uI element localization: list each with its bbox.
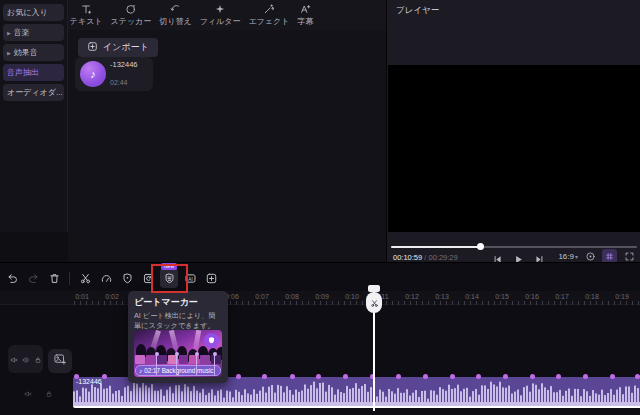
beat-marker-dot [102,374,107,379]
beat-marker-dot [583,374,588,379]
sidebar-item-label: 音声抽出 [7,67,39,78]
tooltip-audio-clip: ♪ 02:17 Background music [135,365,221,376]
filmstrip-frame [135,355,145,364]
beat-marker-shield-icon [204,333,219,348]
ruler-label: 0:16 [525,293,539,300]
ruler-label: 0:17 [555,293,569,300]
beat-marker-dot [476,374,481,379]
beat-marker-dot [316,374,321,379]
seek-bar-progress [391,246,480,248]
sticker-icon [125,3,137,15]
beat-marker-dot [610,374,615,379]
ruler-label: 0:07 [255,293,269,300]
ruler-label: 0:18 [585,293,599,300]
toolbar-divider [69,272,70,285]
beat-line [196,354,197,375]
aspect-ratio-value: 16:9 [558,252,574,261]
add-to-track-button[interactable] [202,268,220,288]
speed-button[interactable] [97,268,115,288]
beat-line [176,354,177,375]
nav-item-label: 字幕 [297,16,313,27]
delete-button[interactable] [45,268,63,288]
ruler-label: 0:01 [75,293,89,300]
caption-icon [299,3,311,15]
timeline-section: NewAI 0:010:020:030:040:050:060:070:080:… [0,262,640,415]
ruler-label: 0:09 [315,293,329,300]
mute-audio-track-icon[interactable] [24,384,32,402]
chevron-down-icon: ▾ [575,253,578,260]
lock-track-icon[interactable] [34,350,42,368]
add-media-icon [53,352,67,370]
nav-item-label: エフェクト [248,16,289,27]
nav-item-caption[interactable]: 字幕 [297,3,313,27]
nav-item-transition[interactable]: 切り替え [159,3,191,27]
audio-item-title: -132446 [110,60,138,69]
filmstrip-thumbnails [135,355,221,364]
tooltip-preview-image: ♪ 02:17 Background music [134,330,222,377]
sidebar-item-audio-ducking[interactable]: オーディオダ... [3,84,64,101]
beat-line [156,354,157,375]
player-panel: プレイヤー 00:10:59 / 00:29:29 16:9 ▾ [386,0,640,262]
music-note-thumbnail-icon: ♪ [80,61,106,87]
beat-marker-dot [503,374,508,379]
nav-item-filter[interactable]: フィルター [200,3,241,27]
beat-marker-dot [556,374,561,379]
hide-track-icon[interactable] [22,350,30,368]
audio-item-duration: 02:44 [110,79,128,86]
beat-line [214,354,215,375]
nav-item-label: 切り替え [159,16,191,27]
sidebar-item-audio-extract[interactable]: 音声抽出 [3,64,64,81]
nav-item-text[interactable]: テキスト [70,3,103,27]
lock-audio-track-icon[interactable] [45,384,53,402]
aspect-ratio-selector[interactable]: 16:9 ▾ [558,252,578,261]
filmstrip-frame [189,355,199,364]
ruler-label: 0:19 [615,293,629,300]
tooltip-title: ビートマーカー [134,296,222,309]
annotation-highlight-box [151,264,188,293]
add-media-button[interactable] [48,349,72,373]
sidebar-item-label: 効果音 [14,47,38,58]
scissors-icon [370,294,379,312]
undo-button[interactable] [3,268,21,288]
mute-track-icon[interactable] [10,350,18,368]
sidebar-item-label: オーディオダ... [7,87,63,98]
tooltip-description: AI ビート検出により、簡単にスタックできます。 [134,311,222,330]
sidebar-item-label: 音楽 [14,27,30,38]
split-button[interactable] [76,268,94,288]
beat-marker-dot [74,374,79,379]
sidebar-item-sound-effects[interactable]: ▶効果音 [3,44,64,61]
timecode: 00:10:59 / 00:29:29 [393,253,458,262]
seek-bar[interactable] [391,246,637,248]
current-time: 00:10:59 [393,253,422,262]
sidebar-item-favorites[interactable]: お気に入り [3,4,64,21]
ruler-label: 0:10 [345,293,359,300]
import-button[interactable]: インポート [78,38,158,57]
sidebar-item-music[interactable]: ▶音楽 [3,24,64,41]
marker-button[interactable] [118,268,136,288]
effect-icon [263,3,275,15]
beat-marker-dot [236,374,241,379]
filmstrip-frame [211,355,221,364]
filmstrip-frame [179,355,189,364]
chevron-right-icon: ▶ [7,50,11,56]
playhead-split-button[interactable] [366,292,382,313]
music-note-icon: ♪ [139,367,142,374]
text-icon [80,3,92,15]
audio-sidebar: お気に入り▶音楽▶効果音音声抽出オーディオダ... [0,0,68,232]
video-track-controls [8,345,43,373]
beat-marker-tooltip: ビートマーカー AI ビート検出により、簡単にスタックできます。 ♪ 02:17… [128,291,228,383]
beat-marker-dot [635,374,640,379]
redo-button[interactable] [24,268,42,288]
audio-media-item[interactable]: ♪ -132446 02:44 [75,57,153,91]
player-title: プレイヤー [396,5,439,17]
nav-item-sticker[interactable]: ステッカー [111,3,152,27]
playhead-handle[interactable] [368,285,380,292]
import-label: インポート [103,41,149,54]
seek-handle[interactable] [477,243,484,250]
audio-clip-label: -132446 [76,378,102,385]
video-preview [388,65,640,232]
beat-marker-dot [343,374,348,379]
nav-item-label: ステッカー [111,16,152,27]
sidebar-item-label: お気に入り [7,7,48,18]
nav-item-effect[interactable]: エフェクト [248,3,289,27]
